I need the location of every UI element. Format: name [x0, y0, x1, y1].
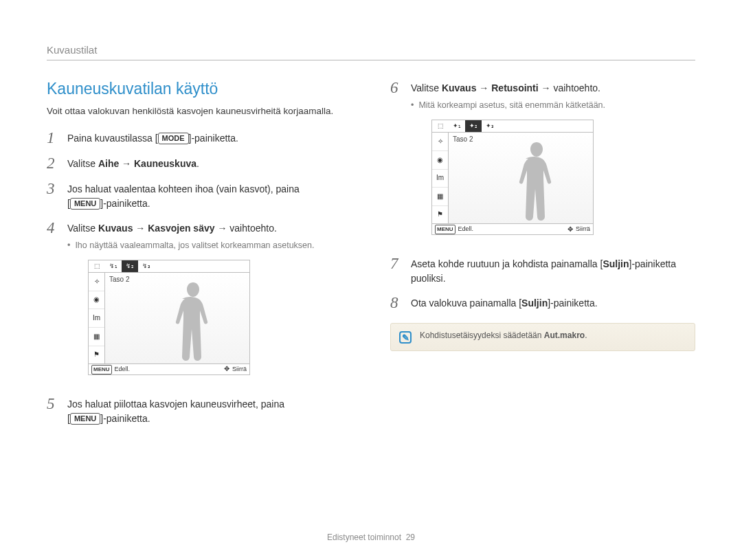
text: ]-painiketta. [548, 298, 597, 309]
bold: Suljin [521, 298, 548, 309]
top-icon: ⬚ [432, 120, 449, 132]
step-text: Jos haluat piilottaa kasvojen kauneusvir… [67, 396, 284, 425]
text: Iho näyttää vaaleammalta, jos valitset k… [75, 239, 314, 251]
text: Ota valokuva painamalla [ [411, 298, 521, 309]
side-icon: ▦ [89, 328, 104, 346]
page-title: Kauneuskuvatilan käyttö [47, 80, 352, 98]
bold: Aut.makro [544, 331, 585, 340]
step-number: 2 [47, 155, 59, 171]
side-icon: ✧ [89, 273, 104, 291]
screen-main: Taso 2 [105, 273, 249, 363]
bold: Kuvaus [98, 223, 133, 234]
steps-left: 1 Paina kuvaustilassa [MODE]-painiketta.… [47, 130, 352, 425]
move-label: Siirrä [576, 225, 590, 234]
side-icon: ◉ [432, 151, 448, 170]
text: Valitse [67, 158, 98, 169]
side-icon: ⚑ [89, 346, 104, 364]
back-label: Edell. [458, 225, 474, 234]
text: Valitse [67, 223, 98, 234]
text: ]-painiketta. [100, 198, 150, 209]
bold: Aihe [98, 158, 119, 169]
text: Mitä korkeampi asetus, sitä enemmän kätk… [418, 99, 605, 111]
text: . [196, 158, 199, 169]
top-icon-selected: ✦₂ [465, 120, 482, 132]
left-column: Kauneuskuvatilan käyttö Voit ottaa valok… [47, 80, 352, 435]
step-number: 1 [47, 130, 59, 146]
arrow: → [476, 82, 491, 93]
screen-value-label: Taso 2 [453, 135, 473, 145]
top-icon-selected: ↯₂ [122, 260, 138, 272]
screen-main: Taso 2 [449, 133, 593, 223]
step-8: 8 Ota valokuva painamalla [Suljin]-paini… [390, 295, 695, 311]
camera-screen-face-tone: ⬚ ↯₁ ↯₂ ↯₃ ✧ ◉ Im ▦ ⚑ [88, 260, 250, 375]
menu-icon: MENU [91, 365, 112, 374]
arrow: → [119, 158, 134, 169]
screen-side-icons: ✧ ◉ Im ▦ ⚑ [432, 133, 449, 223]
step-text: Paina kuvaustilassa [MODE]-painiketta. [67, 130, 238, 145]
bold: Kauneuskuva [134, 158, 196, 169]
text: Valitse [411, 82, 442, 93]
text: Jos haluat vaalentaa kohteen ihoa (vain … [67, 183, 300, 194]
side-icon: ⚑ [432, 206, 448, 224]
step-text: Valitse Aihe → Kauneuskuva. [67, 155, 199, 170]
arrow: → [133, 223, 148, 234]
footer-label: Edistyneet toiminnot [327, 533, 401, 542]
step-2: 2 Valitse Aihe → Kauneuskuva. [47, 155, 352, 171]
content-columns: Kauneuskuvatilan käyttö Voit ottaa valok… [47, 80, 695, 435]
step-number: 3 [47, 181, 59, 197]
text: . [585, 331, 587, 340]
info-note: ✎ Kohdistusetäisyydeksi säädetään Aut.ma… [390, 323, 695, 351]
steps-right: 6 Valitse Kuvaus → Retusointi → vaihtoeh… [390, 80, 695, 311]
screen-value-label: Taso 2 [109, 275, 129, 285]
step-6: 6 Valitse Kuvaus → Retusointi → vaihtoeh… [390, 80, 695, 246]
side-icon: ▦ [432, 188, 448, 206]
text: ]-painiketta. [100, 413, 150, 424]
right-column: 6 Valitse Kuvaus → Retusointi → vaihtoeh… [390, 80, 695, 435]
step-5: 5 Jos haluat piilottaa kasvojen kauneusv… [47, 396, 352, 425]
note-text: Kohdistusetäisyydeksi säädetään Aut.makr… [420, 331, 587, 340]
text: Paina kuvaustilassa [ [67, 133, 158, 144]
step-number: 7 [390, 256, 403, 271]
step-text: Jos haluat vaalentaa kohteen ihoa (vain … [67, 181, 300, 210]
back-label: Edell. [115, 365, 131, 374]
top-icon: ✦₃ [482, 120, 498, 132]
note-icon: ✎ [399, 331, 412, 344]
person-silhouette-icon [174, 278, 212, 363]
side-icon: ◉ [89, 291, 104, 310]
step-4: 4 Valitse Kuvaus → Kasvojen sävy → vaiht… [47, 220, 352, 386]
step-1: 1 Paina kuvaustilassa [MODE]-painiketta. [47, 130, 352, 146]
bold: Retusointi [491, 82, 538, 93]
screen-top-row: ⬚ ✦₁ ✦₂ ✦₃ [432, 120, 593, 133]
side-icon: Im [432, 170, 448, 188]
top-icon: ↯₃ [138, 260, 155, 272]
step-7: 7 Aseta kohde ruutuun ja kohdista painam… [390, 256, 695, 285]
top-icon: ⬚ [89, 260, 105, 272]
step-text: Aseta kohde ruutuun ja kohdista painamal… [411, 256, 695, 285]
step-3: 3 Jos haluat vaalentaa kohteen ihoa (vai… [47, 181, 352, 210]
side-icon: ✧ [432, 133, 448, 151]
menu-button-tag: MENU [70, 198, 100, 210]
text: Jos haluat piilottaa kasvojen kauneusvir… [67, 399, 284, 410]
text: ]-painiketta. [189, 133, 238, 144]
step-number: 5 [47, 396, 59, 412]
breadcrumb: Kuvaustilat [47, 44, 695, 56]
person-silhouette-icon [517, 138, 556, 223]
step-number: 4 [47, 220, 59, 236]
step-text: Valitse Kuvaus → Kasvojen sävy → vaihtoe… [67, 220, 314, 386]
bold: Suljin [603, 258, 629, 269]
step-number: 8 [390, 295, 403, 311]
text: → vaihtoehto. [215, 223, 277, 234]
side-icon: Im [89, 309, 104, 328]
screen-top-row: ⬚ ↯₁ ↯₂ ↯₃ [89, 260, 249, 273]
bold: Kasvojen sävy [148, 223, 214, 234]
step-text: Ota valokuva painamalla [Suljin]-painike… [411, 295, 598, 310]
step-text: Valitse Kuvaus → Retusointi → vaihtoehto… [411, 80, 605, 246]
screen-bottom-bar: MENU Edell. ✥ Siirrä [89, 363, 249, 374]
page-number: 29 [406, 533, 415, 542]
move-label: Siirrä [232, 365, 247, 374]
intro-text: Voit ottaa valokuvan henkilöstä kasvojen… [47, 105, 352, 117]
bold: Kuvaus [442, 82, 477, 93]
screen-body: ✧ ◉ Im ▦ ⚑ Taso 2 [89, 273, 249, 363]
top-icon: ↯₁ [105, 260, 122, 272]
nav-icon: ✥ [567, 225, 573, 235]
